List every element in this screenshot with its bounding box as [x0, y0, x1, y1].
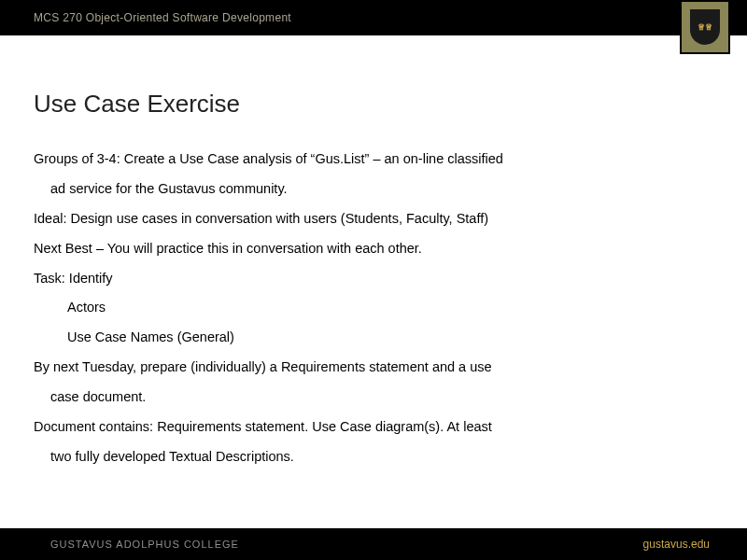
- slide-body: Groups of 3-4: Create a Use Case analysi…: [34, 145, 713, 472]
- footer-url: gustavus.edu: [643, 538, 710, 551]
- body-line: Groups of 3-4: Create a Use Case analysi…: [34, 145, 713, 175]
- course-title: MCS 270 Object-Oriented Software Develop…: [34, 11, 291, 24]
- body-line: By next Tuesday, prepare (individually) …: [34, 353, 713, 383]
- footer-college-name: GUSTAVUS ADOLPHUS COLLEGE: [50, 539, 239, 550]
- crest-shield-icon: ♕♕: [690, 9, 720, 45]
- body-line: Use Case Names (General): [34, 323, 713, 353]
- header-bar: MCS 270 Object-Oriented Software Develop…: [0, 0, 747, 35]
- slide-content: Use Case Exercise Groups of 3-4: Create …: [0, 35, 747, 472]
- footer-bar: GUSTAVUS ADOLPHUS COLLEGE gustavus.edu: [0, 528, 747, 560]
- body-line: two fully developed Textual Descriptions…: [34, 442, 713, 472]
- crest-crowns-icon: ♕♕: [698, 23, 712, 32]
- body-line: Task: Identify: [34, 264, 713, 294]
- body-line: ad service for the Gustavus community.: [34, 175, 713, 204]
- body-line: Actors: [34, 293, 713, 323]
- slide-title: Use Case Exercise: [34, 90, 713, 119]
- body-line: Ideal: Design use cases in conversation …: [34, 204, 713, 234]
- body-line: case document.: [34, 383, 713, 413]
- college-logo-badge: ♕♕: [680, 0, 730, 54]
- body-line: Next Best – You will practice this in co…: [34, 234, 713, 264]
- body-line: Document contains: Requirements statemen…: [34, 413, 713, 442]
